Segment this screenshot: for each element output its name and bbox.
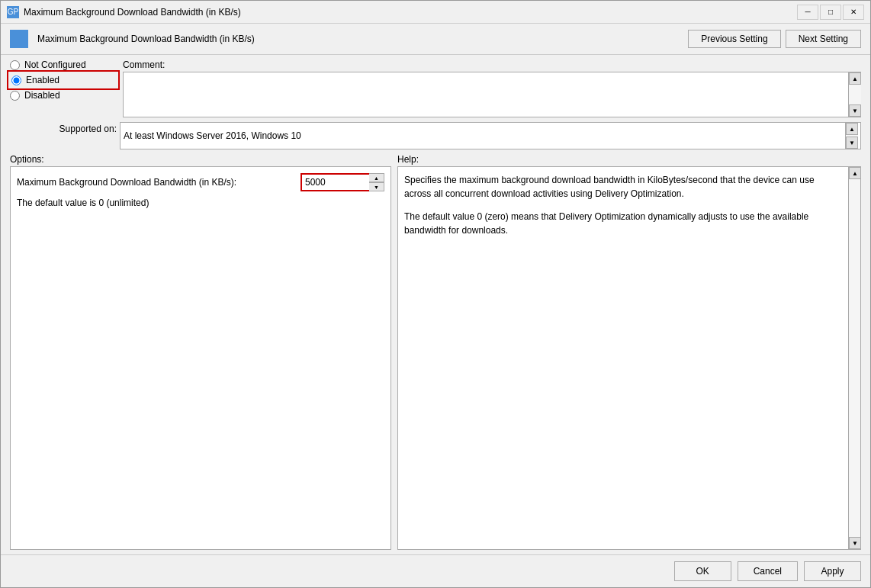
apply-button[interactable]: Apply (804, 561, 861, 581)
next-setting-button[interactable]: Next Setting (786, 30, 861, 48)
radio-column: Not Configured Enabled Disabled (10, 59, 117, 117)
panel-headers: Options: Help: (10, 154, 861, 165)
comment-column: Comment: ▲ ▼ (123, 59, 861, 117)
supported-scroll-up[interactable]: ▲ (846, 123, 858, 135)
help-scroll-down[interactable]: ▼ (849, 537, 861, 549)
header-title: Maximum Background Download Bandwidth (i… (37, 34, 679, 44)
spin-down-button[interactable]: ▼ (369, 182, 384, 191)
default-value-text: The default value is 0 (unlimited) (17, 198, 384, 208)
window-icon: GP (7, 6, 19, 18)
header-icon (10, 30, 28, 48)
ok-button[interactable]: OK (674, 561, 731, 581)
comment-scroll-down[interactable]: ▼ (849, 104, 861, 117)
disabled-option[interactable]: Disabled (10, 90, 117, 101)
header-buttons: Previous Setting Next Setting (688, 30, 861, 48)
main-window: GP Maximum Background Download Bandwidth… (0, 0, 871, 588)
supported-value: At least Windows Server 2016, Windows 10 (124, 130, 845, 141)
content-layout: Not Configured Enabled Disabled Comment: (1, 55, 870, 554)
footer-bar: OK Cancel Apply (1, 554, 870, 587)
top-row: Not Configured Enabled Disabled Comment: (10, 59, 861, 117)
comment-scroll-up[interactable]: ▲ (849, 72, 861, 85)
supported-scroll-down[interactable]: ▼ (846, 137, 858, 149)
disabled-label: Disabled (24, 90, 60, 101)
title-bar: GP Maximum Background Download Bandwidth… (1, 1, 870, 24)
options-panel: Maximum Background Download Bandwidth (i… (10, 166, 391, 550)
comment-scrollbar: ▲ ▼ (848, 72, 860, 117)
cancel-button[interactable]: Cancel (738, 561, 798, 581)
help-inner: Specifies the maximum background downloa… (398, 167, 860, 549)
maximize-button[interactable]: □ (820, 5, 841, 20)
supported-value-wrapper: At least Windows Server 2016, Windows 10… (120, 122, 861, 149)
help-scrollbar: ▲ ▼ (848, 167, 860, 549)
spin-up-button[interactable]: ▲ (369, 173, 384, 182)
supported-row: Supported on: At least Windows Server 20… (10, 122, 861, 149)
not-configured-radio[interactable] (10, 60, 20, 70)
enabled-radio[interactable] (11, 76, 21, 85)
enabled-label: Enabled (26, 75, 59, 85)
options-header: Options: (10, 154, 391, 165)
comment-area-wrapper: ▲ ▼ (123, 72, 861, 117)
spinbox-container: ▲ ▼ (301, 173, 384, 191)
bandwidth-row: Maximum Background Download Bandwidth (i… (17, 173, 384, 191)
panels-area: Maximum Background Download Bandwidth (i… (10, 166, 861, 550)
options-inner: Maximum Background Download Bandwidth (i… (11, 167, 391, 549)
previous-setting-button[interactable]: Previous Setting (688, 30, 780, 48)
enabled-option[interactable]: Enabled (10, 73, 117, 87)
title-bar-controls: ─ □ ✕ (797, 5, 864, 20)
comment-scroll-track (849, 85, 861, 104)
help-paragraph-1: Specifies the maximum background downloa… (404, 173, 842, 201)
title-bar-left: GP Maximum Background Download Bandwidth… (7, 6, 241, 18)
comment-textarea[interactable] (124, 72, 848, 117)
minimize-button[interactable]: ─ (797, 5, 818, 20)
help-panel: Specifies the maximum background downloa… (397, 166, 861, 550)
help-scroll-up[interactable]: ▲ (849, 167, 861, 179)
bandwidth-label: Maximum Background Download Bandwidth (i… (17, 177, 294, 188)
not-configured-label: Not Configured (24, 59, 86, 70)
close-button[interactable]: ✕ (843, 5, 864, 20)
help-scroll-track (849, 179, 861, 537)
supported-scrollbar: ▲ ▼ (845, 123, 857, 149)
help-paragraph-2: The default value 0 (zero) means that De… (404, 210, 842, 237)
window-icon-text: GP (8, 8, 18, 16)
comment-label: Comment: (123, 59, 861, 70)
help-header: Help: (397, 154, 861, 165)
window-title: Maximum Background Download Bandwidth (i… (24, 7, 241, 18)
not-configured-option[interactable]: Not Configured (10, 59, 117, 70)
help-text: Specifies the maximum background downloa… (404, 173, 842, 237)
spinbox-buttons: ▲ ▼ (369, 173, 384, 191)
supported-label: Supported on: (10, 122, 117, 134)
header-bar: Maximum Background Download Bandwidth (i… (1, 24, 870, 55)
disabled-radio[interactable] (10, 91, 20, 101)
